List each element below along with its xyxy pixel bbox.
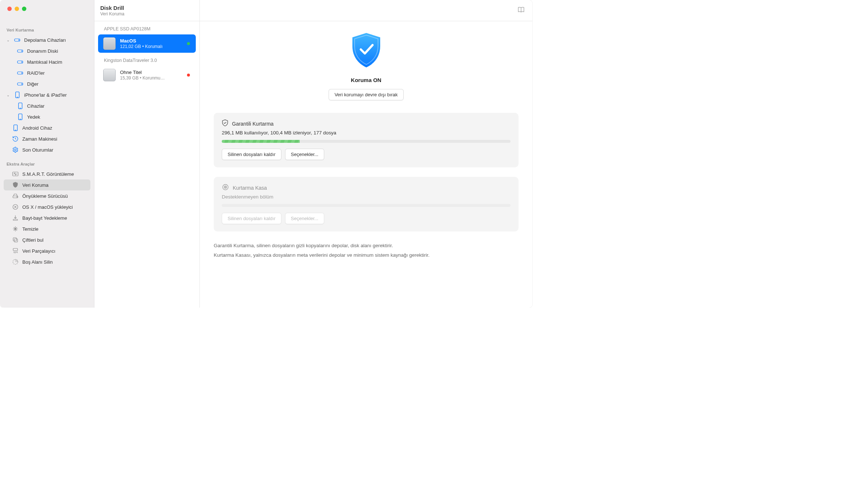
app-title: Disk Drill: [100, 5, 124, 11]
device-list-panel: Disk Drill Veri Koruma APPLE SSD AP0128M…: [94, 0, 200, 308]
sidebar-section-recovery: Veri Kurtarma ⌄ Depolama Cihazları Donan…: [0, 21, 94, 155]
sidebar-item-duplicates[interactable]: Çiftleri bul: [4, 234, 90, 245]
app-window: Veri Kurtarma ⌄ Depolama Cihazları Donan…: [0, 0, 532, 308]
card-button-row: Silinen dosyaları kaldır Seçenekler...: [222, 149, 510, 160]
chevron-down-icon: ⌄: [7, 38, 10, 42]
sidebar-section-tools: Ekstra Araçlar S.M.A.R.T. Görüntüleme Ve…: [0, 155, 94, 267]
sidebar-item-label: Veri Parçalayıcı: [22, 248, 55, 254]
svg-point-18: [15, 149, 16, 151]
copy-icon: [12, 237, 19, 243]
sidebar-item-time-machine[interactable]: Zaman Makinesi: [4, 133, 90, 144]
sidebar-item-other[interactable]: Diğer: [4, 78, 90, 89]
remove-deleted-button-disabled: Silinen dosyaları kaldır: [222, 213, 281, 224]
remove-deleted-button[interactable]: Silinen dosyaları kaldır: [222, 149, 281, 160]
sidebar-item-label: Boş Alanı Silin: [22, 259, 53, 265]
sidebar-item-installer[interactable]: OS X / macOS yükleyici: [4, 201, 90, 212]
device-title: Ohne Titel: [120, 70, 165, 75]
disk-icon: [17, 59, 23, 65]
device-title: MacOS: [120, 38, 162, 44]
app-subtitle: Veri Koruma: [100, 11, 124, 16]
usage-progress-bar: [222, 140, 510, 143]
sidebar-item-byte-backup[interactable]: Bayt-bayt Yedekleme: [4, 212, 90, 223]
sidebar-item-label: Android Cihaz: [22, 125, 52, 131]
sidebar-item-devices[interactable]: Cihazlar: [4, 100, 90, 111]
main-body: Koruma ON Veri korumayı devre dışı bırak…: [200, 21, 532, 308]
sidebar-item-erase-free[interactable]: Boş Alanı Silin: [4, 256, 90, 267]
sidebar-item-label: OS X / macOS yükleyici: [22, 204, 73, 210]
phone-icon: [12, 125, 19, 131]
sidebar-item-boot-drive[interactable]: Önyükleme Sürücüsü: [4, 190, 90, 201]
options-button[interactable]: Seçenekler...: [285, 149, 324, 160]
sidebar-item-label: Donanım Diski: [27, 48, 58, 54]
sidebar-item-sessions[interactable]: Son Oturumlar: [4, 144, 90, 155]
disk-icon: [17, 48, 23, 54]
card-title: Garantili Kurtarma: [232, 121, 274, 127]
sidebar-item-label: Zaman Makinesi: [22, 136, 57, 142]
device-item-macos[interactable]: MacOS 121,02 GB • Korumalı: [98, 34, 196, 53]
sidebar-item-android[interactable]: Android Cihaz: [4, 122, 90, 133]
sidebar-item-shredder[interactable]: Veri Parçalayıcı: [4, 245, 90, 256]
external-disk-icon: [103, 69, 116, 81]
clock-rewind-icon: [12, 136, 19, 142]
pie-icon: [12, 259, 19, 265]
close-window-button[interactable]: [7, 7, 12, 11]
maximize-window-button[interactable]: [22, 7, 26, 11]
sidebar-item-label: Son Oturumlar: [22, 147, 53, 153]
vault-icon: [222, 183, 229, 192]
device-subtitle: 15,39 GB • Korunmu…: [120, 75, 165, 81]
drive-icon: [12, 193, 19, 199]
sidebar-item-label: Önyükleme Sürücüsü: [22, 193, 68, 199]
sidebar-item-label: iPhone'lar & iPad'ler: [24, 92, 67, 98]
sidebar-item-label: Yedek: [27, 114, 40, 120]
gear-icon: [12, 146, 19, 153]
svg-point-7: [22, 73, 22, 74]
card-heading: Kurtarma Kasa: [222, 183, 510, 192]
sidebar-item-label: Çiftleri bul: [22, 237, 44, 243]
chevron-down-icon: ⌄: [7, 93, 10, 97]
sidebar-item-label: Temizle: [22, 226, 38, 232]
svg-point-1: [19, 40, 19, 41]
sidebar-item-smart[interactable]: S.M.A.R.T. Görüntüleme: [4, 168, 90, 179]
internal-disk-icon: [103, 37, 116, 50]
device-item-ohne-titel[interactable]: Ohne Titel 15,39 GB • Korunmu…: [98, 66, 196, 84]
shredder-icon: [12, 248, 19, 254]
disk-icon: [14, 37, 20, 43]
shield-check-icon: [349, 31, 383, 71]
shield-outline-icon: [222, 119, 228, 128]
sidebar-item-label: Depolama Cihazları: [24, 37, 66, 43]
sidebar-item-logical-volume[interactable]: Mantıksal Hacim: [4, 56, 90, 67]
download-icon: [12, 215, 19, 221]
status-badge-protected: [187, 42, 190, 45]
info-text-1: Garantili Kurtarma, silinen dosyaların g…: [214, 241, 519, 250]
help-book-icon[interactable]: [517, 7, 525, 15]
card-stats: 296,1 MB kullanılıyor, 100,4 MB izleniyo…: [222, 130, 510, 136]
sidebar-item-clean[interactable]: Temizle: [4, 223, 90, 234]
sidebar-item-label: Diğer: [27, 81, 38, 87]
sidebar-item-label: Mantıksal Hacim: [27, 59, 62, 65]
sidebar-item-data-protection[interactable]: Veri Koruma: [4, 179, 90, 190]
sidebar-item-label: RAID'ler: [27, 70, 45, 76]
sidebar-item-backup[interactable]: Yedek: [4, 111, 90, 122]
minimize-window-button[interactable]: [15, 7, 19, 11]
sidebar-item-raids[interactable]: RAID'ler: [4, 67, 90, 78]
device-group-header: APPLE SSD AP0128M: [94, 21, 199, 34]
svg-rect-28: [13, 248, 18, 250]
sidebar-item-hardware-disk[interactable]: Donanım Diski: [4, 45, 90, 56]
svg-point-5: [22, 62, 22, 63]
svg-rect-27: [13, 238, 16, 241]
phone-icon: [17, 114, 23, 120]
x-circle-icon: [12, 204, 19, 210]
svg-point-9: [22, 84, 22, 85]
card-button-row: Silinen dosyaları kaldır Seçenekler...: [222, 213, 510, 224]
panel-header: Disk Drill Veri Koruma: [94, 0, 199, 21]
sidebar-item-storage-devices[interactable]: ⌄ Depolama Cihazları: [4, 34, 90, 45]
sidebar-item-label: Veri Koruma: [22, 182, 49, 188]
sidebar-item-iphones-ipads[interactable]: ⌄ iPhone'lar & iPad'ler: [4, 89, 90, 100]
disk-icon: [17, 81, 23, 87]
svg-point-21: [17, 197, 18, 197]
device-group-header: Kingston DataTraveler 3.0: [94, 53, 199, 66]
disk-icon: [17, 70, 23, 76]
disable-protection-button[interactable]: Veri korumayı devre dışı bırak: [329, 89, 404, 100]
shield-icon: [12, 182, 19, 188]
protection-status-block: Koruma ON Veri korumayı devre dışı bırak: [214, 31, 519, 100]
